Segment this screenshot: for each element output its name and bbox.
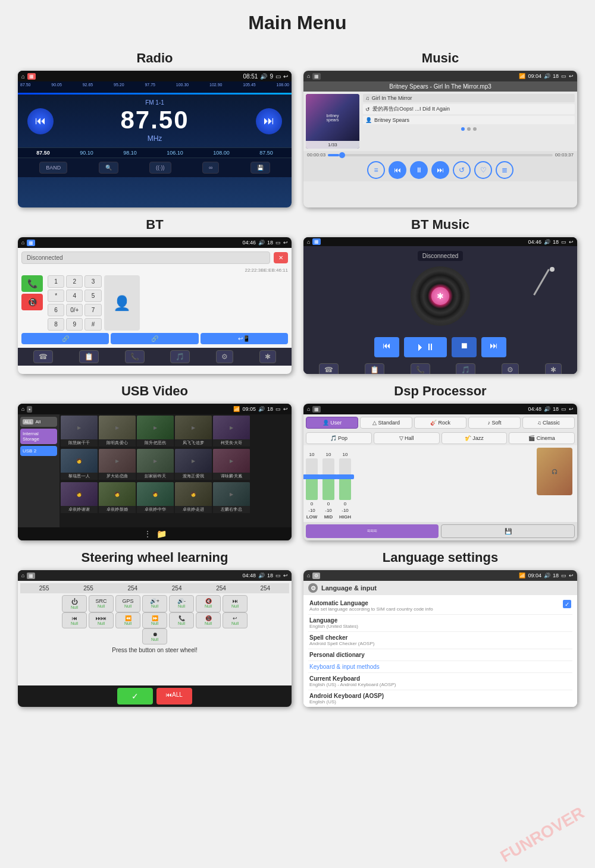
lang-item-personal[interactable]: Personal dictionary	[308, 649, 572, 661]
sw-src-btn[interactable]: SRCNull	[89, 595, 114, 612]
lang-item-spell[interactable]: Spell checker Android Spell Checker (AOS…	[308, 632, 572, 649]
sw-vol-dn-btn[interactable]: 🔊-Null	[169, 595, 194, 612]
favorite-btn[interactable]: ♡	[474, 161, 492, 179]
call-decline-btn[interactable]: 📵	[21, 294, 43, 310]
repeat-btn[interactable]: ↺	[453, 161, 471, 179]
sw-confirm-btn[interactable]: ✓	[117, 688, 153, 705]
thumb-11[interactable]: 🧑 卓依婷·谢谢	[61, 482, 98, 513]
usb-usb2-btn[interactable]: USB 2	[20, 446, 57, 456]
key-8[interactable]: 8	[48, 318, 64, 331]
sw-ret-btn[interactable]: ↩Null	[223, 612, 248, 628]
eq-low-track[interactable]	[306, 458, 318, 500]
prev-track-btn[interactable]: ⏮	[389, 161, 406, 179]
lang-item-android-kb[interactable]: Android Keyboard (AOSP) English (US)	[308, 690, 572, 707]
thumb-1[interactable]: ▶ 陈慧娴·千千	[61, 416, 98, 446]
thumb-3[interactable]: ▶ 陈升·把恶伤	[137, 416, 174, 446]
radio-save-btn[interactable]: 💾	[250, 162, 270, 174]
eq-high-handle[interactable]	[336, 474, 354, 479]
playlist-btn[interactable]: ≡	[367, 161, 385, 179]
btm-icon-2[interactable]: 📋	[365, 363, 384, 374]
key-0plus[interactable]: 0/+	[66, 304, 83, 316]
key-6[interactable]: 6	[48, 304, 64, 316]
menu-btn[interactable]: ≣	[496, 161, 513, 179]
thumb-6[interactable]: 🧑 黎瑞恩·一人	[61, 449, 98, 480]
usb-internal-storage-btn[interactable]: Internal Storage	[20, 429, 57, 444]
dsp-pop-btn[interactable]: 🎵 Pop	[306, 432, 372, 444]
radio-loop-btn[interactable]: ∞	[202, 162, 219, 174]
dsp-jazz-btn[interactable]: 🎷 Jazz	[441, 432, 508, 444]
bt-icon-6[interactable]: ✱	[259, 350, 276, 363]
thumb-12[interactable]: 🧑 卓依婷·新婚	[99, 482, 136, 513]
sw-fwd-btn[interactable]: ⏩Null	[142, 612, 167, 628]
bt-close-btn[interactable]: ✕	[274, 252, 288, 263]
usb-all-btn[interactable]: ALL All	[20, 417, 57, 427]
radio-signal-btn[interactable]: ((·))	[149, 162, 171, 174]
btm-prev-btn[interactable]: ⏮	[374, 337, 399, 357]
thumb-13[interactable]: 🧑 卓依婷·中华	[137, 482, 174, 513]
next-track-btn[interactable]: ⏭	[431, 161, 449, 179]
prev-btn[interactable]: ⏮	[27, 108, 54, 134]
key-5[interactable]: 5	[84, 290, 101, 302]
bt-icon-4[interactable]: 🎵	[170, 350, 190, 363]
dsp-save-btn[interactable]: 💾	[441, 524, 575, 538]
usb-pagination-icon[interactable]: ⋮	[143, 529, 152, 539]
bt-action-2[interactable]: 🔗	[111, 333, 198, 344]
thumb-2[interactable]: ▶ 陈明真·爱心	[99, 416, 136, 446]
eq-mid-handle[interactable]	[320, 474, 337, 479]
btm-icon-4[interactable]: 🎵	[456, 363, 475, 374]
dsp-cinema-btn[interactable]: 🎬 Cinema	[509, 432, 575, 444]
sw-reset-btn[interactable]: ⏮ALL	[156, 688, 192, 705]
sw-gps-btn[interactable]: GPSNull	[115, 595, 140, 612]
btm-icon-3[interactable]: 📞	[411, 363, 430, 374]
sw-rec-btn[interactable]: ⏺Null	[142, 628, 167, 644]
eq-low-handle[interactable]	[303, 474, 321, 479]
call-accept-btn[interactable]: 📞	[21, 275, 43, 292]
lang-item-current-kb[interactable]: Current Keyboard English (US) - Android …	[308, 673, 572, 690]
btm-icon-5[interactable]: ⚙	[502, 363, 519, 374]
thumb-9[interactable]: ▶ 渡海正·爱我	[175, 449, 212, 480]
key-9[interactable]: 9	[66, 318, 83, 331]
btm-icon-6[interactable]: ✱	[545, 363, 562, 374]
dsp-eq-preset-btn[interactable]: ≈≈≈	[306, 524, 439, 538]
thumb-7[interactable]: ▶ 罗大佑·恋曲	[99, 449, 136, 480]
sw-vol-up-btn[interactable]: 🔊+Null	[142, 595, 167, 612]
thumb-4[interactable]: ▶ 凤飞飞·追梦	[175, 416, 212, 446]
bt-icon-1[interactable]: ☎	[33, 350, 53, 363]
key-4[interactable]: 4	[66, 290, 83, 302]
play-pause-btn[interactable]: ⏸	[410, 161, 428, 179]
bt-icon-5[interactable]: ⚙	[216, 350, 233, 363]
key-3[interactable]: 3	[84, 275, 101, 288]
thumb-5[interactable]: ▶ 柯受良·大哥	[213, 416, 250, 446]
key-2[interactable]: 2	[66, 275, 83, 288]
key-star[interactable]: *	[48, 290, 64, 302]
key-1[interactable]: 1	[48, 275, 64, 288]
lang-item-language[interactable]: Language English (United States)	[308, 615, 572, 632]
btm-play-btn[interactable]: ⏵⏸	[404, 337, 447, 357]
dsp-soft-btn[interactable]: ♪ Soft	[468, 417, 521, 429]
dsp-classic-btn[interactable]: ♫ Classic	[522, 417, 575, 429]
bt-action-3[interactable]: ↩📱	[201, 333, 288, 344]
thumb-10[interactable]: ▶ 谭咏麟·关溅	[213, 449, 250, 480]
lang-item-keyboard[interactable]: Keyboard & input methods	[308, 661, 572, 673]
sw-hangup-btn[interactable]: 📵Null	[196, 612, 221, 628]
sw-ff-btn[interactable]: ⏭⏭Null	[89, 612, 114, 628]
band-btn[interactable]: BAND	[39, 162, 67, 174]
btm-stop-btn[interactable]: ⏹	[452, 337, 477, 357]
sw-rew-btn[interactable]: ⏮Null	[62, 612, 87, 628]
thumb-14[interactable]: 🧑 卓依婷·走进	[175, 482, 212, 513]
bt-action-1[interactable]: 🔗	[21, 333, 109, 344]
sw-power-btn[interactable]: ⏻Null	[62, 595, 87, 612]
usb-folder-icon[interactable]: 📁	[156, 529, 167, 539]
btm-icon-1[interactable]: ☎	[319, 363, 339, 374]
dsp-user-btn[interactable]: 👤 User	[306, 417, 358, 429]
dsp-standard-btn[interactable]: △ Standard	[360, 417, 412, 429]
thumb-15[interactable]: ▶ 左麟右李·总	[213, 482, 250, 513]
btm-next-btn[interactable]: ⏭	[481, 337, 506, 357]
sw-next-btn[interactable]: ⏭Null	[223, 595, 248, 612]
bt-icon-2[interactable]: 📋	[79, 350, 99, 363]
key-7[interactable]: 7	[84, 304, 101, 316]
sw-rr-btn[interactable]: ⏪Null	[115, 612, 140, 628]
bt-icon-3[interactable]: 📞	[125, 350, 145, 363]
thumb-8[interactable]: ▶ 彭家丽·昨天	[137, 449, 174, 480]
lang-item-auto[interactable]: Automatic Language Auto set language acc…	[308, 597, 572, 615]
